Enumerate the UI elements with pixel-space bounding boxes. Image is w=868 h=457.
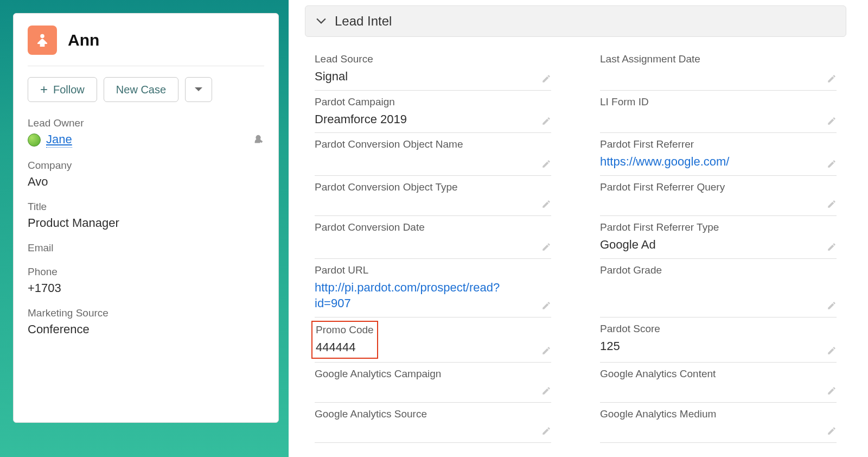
phone-value: +1703 xyxy=(28,281,264,295)
field-left-1: Pardot CampaignDreamforce 2019 xyxy=(315,91,551,134)
field-label: Pardot Campaign xyxy=(315,96,535,108)
edit-icon[interactable] xyxy=(541,159,551,169)
field-label: Google Analytics Source xyxy=(315,408,535,420)
field-right-2: Pardot First Referrerhttps://www.google.… xyxy=(600,133,837,176)
field-label: Pardot Grade xyxy=(600,264,820,276)
field-right-7: Google Analytics Content xyxy=(600,363,837,403)
title-label: Title xyxy=(28,201,264,213)
field-value: 444444 xyxy=(316,339,374,356)
field-right-0: Last Assignment Date xyxy=(600,48,837,91)
email-label: Email xyxy=(28,242,264,254)
edit-icon[interactable] xyxy=(541,301,551,310)
edit-icon[interactable] xyxy=(827,386,837,396)
field-label: Pardot URL xyxy=(315,264,535,276)
field-value[interactable]: https://www.google.com/ xyxy=(600,154,820,170)
field-label: Promo Code xyxy=(316,324,374,336)
lead-intel-panel: Lead Intel Lead SourceSignalLast Assignm… xyxy=(289,0,868,457)
field-label: Pardot First Referrer xyxy=(600,138,820,150)
section-header-lead-intel[interactable]: Lead Intel xyxy=(305,5,846,37)
field-label: Pardot Conversion Object Type xyxy=(315,181,535,193)
field-left-3: Pardot Conversion Object Type xyxy=(315,176,551,216)
field-label: Pardot Conversion Date xyxy=(315,221,535,233)
edit-icon[interactable] xyxy=(541,242,551,252)
field-left-0: Lead SourceSignal xyxy=(315,48,551,91)
field-value: 125 xyxy=(600,338,820,354)
chevron-down-icon xyxy=(316,18,326,24)
follow-label: Follow xyxy=(53,84,85,96)
change-owner-icon[interactable] xyxy=(252,134,264,146)
edit-icon[interactable] xyxy=(827,426,837,436)
edit-icon[interactable] xyxy=(541,386,551,396)
lead-name: Ann xyxy=(68,31,99,49)
field-left-6: Promo Code444444 xyxy=(315,318,551,363)
field-left-5: Pardot URLhttp://pi.pardot.com/prospect/… xyxy=(315,259,551,318)
field-right-3: Pardot First Referrer Query xyxy=(600,176,837,216)
field-label: Pardot Score xyxy=(600,323,820,335)
mkt-src-value: Conference xyxy=(28,322,264,337)
field-label: Pardot Conversion Object Name xyxy=(315,138,535,150)
field-label: Google Analytics Content xyxy=(600,368,820,380)
section-title: Lead Intel xyxy=(335,14,392,29)
company-label: Company xyxy=(28,160,264,172)
edit-icon[interactable] xyxy=(541,116,551,126)
svg-point-0 xyxy=(40,34,44,39)
field-label: Google Analytics Campaign xyxy=(315,368,535,380)
edit-icon[interactable] xyxy=(827,242,837,252)
lead-header: Ann xyxy=(28,26,264,66)
lead-icon xyxy=(28,26,57,55)
mkt-src-label: Marketing Source xyxy=(28,307,264,319)
field-right-8: Google Analytics Medium xyxy=(600,403,837,443)
edit-icon[interactable] xyxy=(827,346,837,356)
edit-icon[interactable] xyxy=(827,199,837,209)
field-value: Dreamforce 2019 xyxy=(315,111,535,128)
new-case-button[interactable]: New Case xyxy=(104,77,178,102)
chevron-down-icon xyxy=(194,87,203,92)
field-label: Last Assignment Date xyxy=(600,53,820,65)
field-left-4: Pardot Conversion Date xyxy=(315,216,551,259)
edit-icon[interactable] xyxy=(827,159,837,169)
field-label: Google Analytics Medium xyxy=(600,408,820,420)
phone-label: Phone xyxy=(28,266,264,278)
field-label: Lead Source xyxy=(315,53,535,65)
field-right-4: Pardot First Referrer TypeGoogle Ad xyxy=(600,216,837,259)
lead-summary-panel: Ann + Follow New Case Lead Owner xyxy=(0,0,289,457)
field-left-7: Google Analytics Campaign xyxy=(315,363,551,403)
edit-icon[interactable] xyxy=(541,346,551,356)
owner-avatar-icon xyxy=(28,134,41,147)
field-right-5: Pardot Grade xyxy=(600,259,837,318)
edit-icon[interactable] xyxy=(541,426,551,436)
field-left-8: Google Analytics Source xyxy=(315,403,551,443)
field-right-1: LI Form ID xyxy=(600,91,837,134)
field-value: Google Ad xyxy=(600,237,820,253)
lead-owner-link[interactable]: Jane xyxy=(46,132,72,148)
company-value: Avo xyxy=(28,175,264,189)
edit-icon[interactable] xyxy=(827,301,837,310)
edit-icon[interactable] xyxy=(827,116,837,126)
field-label: Pardot First Referrer Type xyxy=(600,221,820,233)
field-value: Signal xyxy=(315,68,535,85)
field-label: LI Form ID xyxy=(600,96,820,108)
plus-icon: + xyxy=(40,83,48,96)
field-left-2: Pardot Conversion Object Name xyxy=(315,133,551,176)
lead-owner-label: Lead Owner xyxy=(28,117,264,129)
edit-icon[interactable] xyxy=(827,74,837,84)
edit-icon[interactable] xyxy=(541,74,551,84)
field-right-6: Pardot Score125 xyxy=(600,318,837,363)
more-actions-button[interactable] xyxy=(185,77,212,102)
field-value[interactable]: http://pi.pardot.com/prospect/read?id=90… xyxy=(315,280,535,312)
edit-icon[interactable] xyxy=(541,199,551,209)
title-value: Product Manager xyxy=(28,216,264,230)
field-label: Pardot First Referrer Query xyxy=(600,181,820,193)
promo-code-highlight: Promo Code444444 xyxy=(311,321,378,359)
follow-button[interactable]: + Follow xyxy=(28,77,97,102)
new-case-label: New Case xyxy=(116,84,166,96)
